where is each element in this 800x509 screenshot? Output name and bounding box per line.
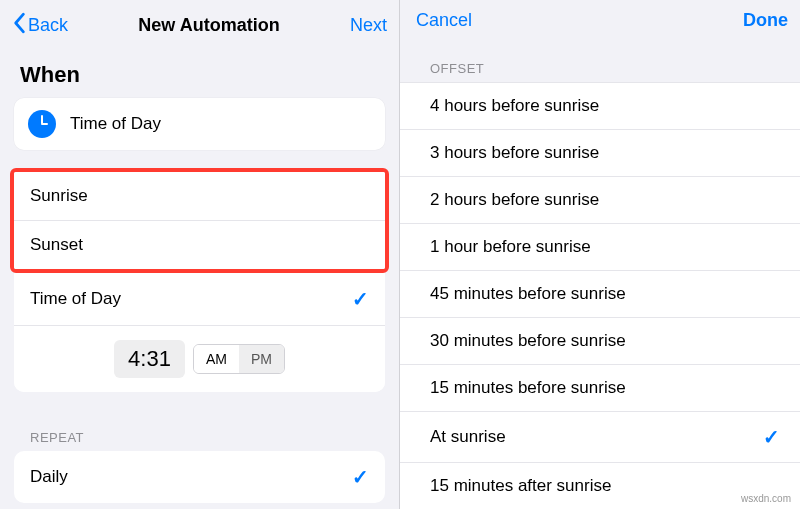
offset-label: At sunrise	[430, 427, 506, 447]
time-options-group: Time of Day ✓ 4:31 AM PM	[14, 273, 385, 392]
repeat-group: Daily ✓	[14, 451, 385, 503]
time-of-day-card-label: Time of Day	[70, 114, 161, 134]
offset-option[interactable]: 4 hours before sunrise	[400, 83, 800, 130]
am-button[interactable]: AM	[194, 345, 239, 373]
offset-label: 1 hour before sunrise	[430, 237, 591, 257]
offset-list: 4 hours before sunrise 3 hours before su…	[400, 82, 800, 509]
offset-option-selected[interactable]: At sunrise ✓	[400, 412, 800, 463]
back-button[interactable]: Back	[12, 12, 68, 39]
offset-option[interactable]: 3 hours before sunrise	[400, 130, 800, 177]
option-sunset[interactable]: Sunset	[14, 221, 385, 269]
when-heading: When	[0, 50, 399, 98]
option-sunrise[interactable]: Sunrise	[14, 172, 385, 221]
cancel-button[interactable]: Cancel	[416, 10, 472, 31]
offset-option[interactable]: 1 hour before sunrise	[400, 224, 800, 271]
repeat-daily[interactable]: Daily ✓	[14, 451, 385, 503]
repeat-label: Daily	[30, 467, 68, 487]
automation-pane: Back New Automation Next When Time of Da…	[0, 0, 400, 509]
offset-label: 30 minutes before sunrise	[430, 331, 626, 351]
checkmark-icon: ✓	[352, 465, 369, 489]
clock-icon	[28, 110, 56, 138]
checkmark-icon: ✓	[763, 425, 780, 449]
repeat-header: Repeat	[0, 410, 399, 451]
offset-header: Offset	[400, 41, 800, 82]
offset-option[interactable]: 30 minutes before sunrise	[400, 318, 800, 365]
option-label: Sunset	[30, 235, 83, 255]
watermark: wsxdn.com	[738, 492, 794, 505]
time-of-day-card[interactable]: Time of Day	[14, 98, 385, 150]
offset-label: 3 hours before sunrise	[430, 143, 599, 163]
offset-label: 45 minutes before sunrise	[430, 284, 626, 304]
navbar-right: Cancel Done	[400, 0, 800, 41]
offset-label: 2 hours before sunrise	[430, 190, 599, 210]
ampm-segment: AM PM	[193, 344, 285, 374]
offset-option[interactable]: 15 minutes before sunrise	[400, 365, 800, 412]
time-value[interactable]: 4:31	[114, 340, 185, 378]
page-title: New Automation	[138, 15, 279, 36]
offset-option[interactable]: 2 hours before sunrise	[400, 177, 800, 224]
chevron-left-icon	[12, 12, 26, 39]
offset-pane: Cancel Done Offset 4 hours before sunris…	[400, 0, 800, 509]
offset-label: 4 hours before sunrise	[430, 96, 599, 116]
done-button[interactable]: Done	[743, 10, 788, 31]
back-label: Back	[28, 15, 68, 36]
offset-label: 15 minutes before sunrise	[430, 378, 626, 398]
offset-option[interactable]: 45 minutes before sunrise	[400, 271, 800, 318]
option-label: Time of Day	[30, 289, 121, 309]
offset-label: 15 minutes after sunrise	[430, 476, 611, 496]
next-button[interactable]: Next	[350, 15, 387, 36]
sun-options-group: Sunrise Sunset	[10, 168, 389, 273]
option-time-of-day[interactable]: Time of Day ✓	[14, 273, 385, 326]
navbar-left: Back New Automation Next	[0, 0, 399, 50]
checkmark-icon: ✓	[352, 287, 369, 311]
pm-button[interactable]: PM	[239, 345, 284, 373]
option-label: Sunrise	[30, 186, 88, 206]
time-picker-row: 4:31 AM PM	[14, 326, 385, 392]
